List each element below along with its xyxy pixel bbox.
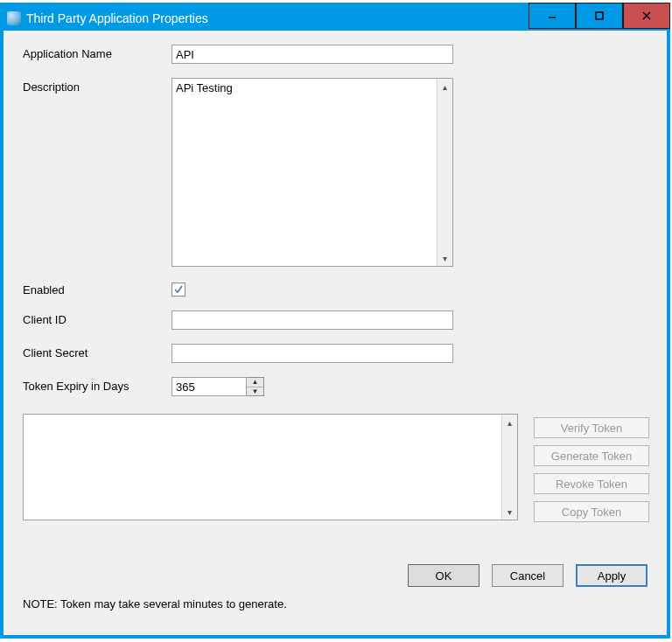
token-expiry-label: Token Expiry in Days	[23, 377, 172, 393]
close-button[interactable]	[623, 3, 670, 29]
generate-token-button[interactable]: Generate Token	[534, 445, 649, 466]
spinner-buttons: ▲ ▼	[247, 377, 264, 396]
window-control-buttons	[528, 3, 670, 29]
client-id-label: Client ID	[23, 311, 172, 326]
spinner-up-button[interactable]: ▲	[247, 378, 263, 387]
dialog-window: Third Party Application Properties Appli…	[0, 3, 670, 639]
dialog-action-buttons: OK Cancel Apply	[23, 564, 649, 587]
application-name-label: Application Name	[23, 45, 172, 60]
scroll-down-icon[interactable]: ▾	[502, 504, 517, 520]
client-secret-label: Client Secret	[23, 344, 172, 359]
enabled-checkbox[interactable]	[172, 283, 186, 297]
enabled-label: Enabled	[23, 281, 172, 297]
token-button-column: Verify Token Generate Token Revoke Token…	[534, 414, 649, 522]
token-output-container: ▴ ▾	[23, 414, 518, 520]
token-expiry-input[interactable]	[172, 377, 247, 396]
dialog-body: Application Name Description ▴ ▾ Enabled…	[4, 31, 667, 635]
token-scrollbar[interactable]: ▴ ▾	[501, 415, 517, 520]
token-expiry-spinner: ▲ ▼	[172, 377, 264, 396]
scroll-up-icon[interactable]: ▴	[438, 79, 452, 94]
maximize-button[interactable]	[576, 3, 623, 29]
token-output-textarea[interactable]	[24, 415, 501, 520]
scroll-up-icon[interactable]: ▴	[502, 415, 517, 430]
window-title: Third Party Application Properties	[26, 11, 208, 25]
ok-button[interactable]: OK	[408, 564, 480, 587]
description-textarea-container: ▴ ▾	[172, 78, 453, 267]
svg-rect-1	[596, 12, 603, 19]
note-text: NOTE: Token may take several minutes to …	[23, 597, 649, 611]
cancel-button[interactable]: Cancel	[492, 564, 564, 587]
verify-token-button[interactable]: Verify Token	[534, 417, 649, 438]
spinner-down-button[interactable]: ▼	[247, 387, 263, 396]
app-icon	[7, 11, 21, 25]
revoke-token-button[interactable]: Revoke Token	[534, 473, 649, 494]
application-name-input[interactable]	[172, 45, 453, 64]
description-textarea[interactable]	[172, 79, 437, 266]
description-label: Description	[23, 78, 172, 94]
minimize-button[interactable]	[528, 3, 576, 29]
client-secret-input[interactable]	[172, 344, 453, 363]
copy-token-button[interactable]: Copy Token	[534, 501, 649, 522]
description-scrollbar[interactable]: ▴ ▾	[437, 79, 452, 266]
title-bar: Third Party Application Properties	[4, 6, 667, 31]
svg-line-3	[643, 12, 650, 19]
client-id-input[interactable]	[172, 311, 453, 330]
apply-button[interactable]: Apply	[576, 564, 648, 587]
svg-line-2	[643, 12, 650, 19]
scroll-down-icon[interactable]: ▾	[438, 250, 452, 266]
